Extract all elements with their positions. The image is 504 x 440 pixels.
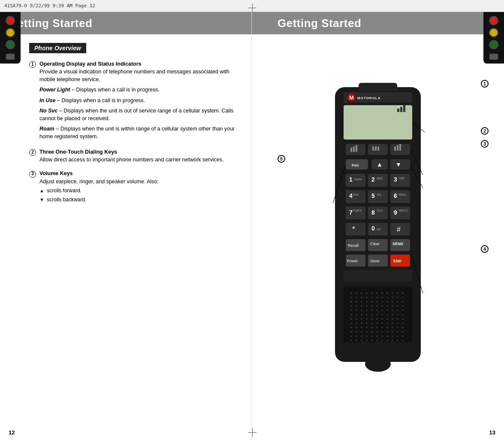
circle-2: 2	[29, 149, 36, 156]
svg-text:5: 5	[371, 192, 375, 199]
left-page-title: Getting Started	[9, 17, 92, 30]
svg-point-182	[381, 331, 383, 333]
svg-point-77	[350, 292, 352, 294]
callout-5: 5	[278, 155, 287, 163]
svg-point-121	[350, 310, 352, 311]
svg-point-193	[381, 335, 383, 337]
svg-point-205	[386, 340, 388, 341]
svg-rect-18	[375, 146, 377, 151]
svg-point-143	[350, 318, 352, 320]
svg-point-171	[381, 327, 383, 328]
svg-point-78	[356, 292, 357, 294]
svg-point-134	[361, 314, 362, 316]
svg-rect-41	[368, 190, 388, 203]
svg-point-169	[371, 327, 373, 328]
callout-circle-2: 2	[481, 127, 489, 135]
svg-text:Power: Power	[347, 259, 358, 263]
svg-point-83	[381, 292, 383, 294]
right-page-number: 13	[489, 429, 495, 436]
svg-point-122	[356, 310, 357, 311]
svg-text:0: 0	[371, 225, 375, 232]
svg-point-203	[376, 340, 378, 341]
svg-point-106	[386, 301, 388, 303]
svg-text:menu: menu	[354, 178, 362, 181]
svg-point-136	[371, 314, 373, 316]
svg-point-148	[376, 318, 378, 320]
svg-rect-8	[397, 109, 399, 112]
svg-point-95	[386, 297, 388, 298]
svg-point-187	[350, 335, 352, 337]
phone-area: 1 2 3 4 5	[252, 34, 504, 423]
svg-point-173	[392, 327, 393, 328]
svg-point-168	[366, 327, 368, 328]
svg-text:▲: ▲	[377, 161, 383, 168]
svg-point-145	[361, 318, 362, 320]
crosshair-bottom	[248, 428, 257, 437]
svg-text:MOTOROLA: MOTOROLA	[357, 96, 381, 100]
in-use-label: In Use	[39, 97, 56, 103]
svg-point-114	[371, 305, 373, 307]
svg-point-105	[381, 301, 383, 303]
svg-point-90	[361, 297, 362, 298]
svg-text:1: 1	[349, 176, 353, 183]
left-page-header: Getting Started	[0, 12, 251, 34]
svg-point-98	[402, 297, 404, 298]
no-svc-text: Displays when the unit is out of service…	[39, 108, 233, 121]
no-svc-label: No Svc	[39, 108, 57, 114]
no-svc-sep: –	[59, 108, 63, 114]
svg-point-186	[402, 331, 404, 333]
svg-point-104	[376, 301, 378, 303]
item-3-content: Volume Keys Adjust earpiece, ringer, and…	[39, 170, 238, 203]
svg-point-162	[392, 322, 393, 324]
item-number-3: 3	[29, 170, 39, 203]
svg-point-127	[381, 310, 383, 311]
svg-point-117	[386, 305, 388, 307]
svg-text:#: #	[397, 226, 401, 233]
svg-point-195	[392, 335, 393, 337]
svg-point-181	[376, 331, 378, 333]
svg-text:TUV: TUV	[377, 209, 383, 212]
svg-text:M: M	[349, 94, 354, 101]
svg-point-2	[365, 356, 391, 372]
item-1-content: Operating Display and Status Indicators …	[39, 60, 238, 142]
svg-point-103	[371, 301, 373, 303]
svg-point-157	[366, 322, 368, 324]
item-1-body: Provide a visual indication of telephone…	[39, 68, 238, 83]
callout-circle-3: 3	[481, 140, 489, 148]
svg-point-160	[381, 322, 383, 324]
svg-point-120	[402, 305, 404, 307]
svg-rect-1	[359, 83, 397, 91]
svg-point-82	[376, 292, 378, 294]
svg-point-123	[361, 310, 362, 311]
svg-point-115	[376, 305, 378, 307]
svg-point-80	[366, 292, 368, 294]
svg-point-116	[381, 305, 383, 307]
svg-point-192	[376, 335, 378, 337]
roam-sep: –	[56, 126, 60, 132]
svg-rect-44	[390, 190, 410, 203]
svg-point-86	[397, 292, 398, 294]
left-page: Getting Started Phone Overview 1 Operati…	[0, 12, 252, 440]
svg-text:SEND: SEND	[392, 242, 404, 246]
power-light-sep: –	[72, 87, 76, 93]
svg-rect-16	[356, 145, 357, 152]
svg-point-111	[356, 305, 357, 307]
svg-point-87	[402, 292, 404, 294]
traffic-light-red-r	[489, 16, 498, 25]
svg-text:7: 7	[349, 209, 353, 216]
svg-point-202	[371, 340, 373, 341]
traffic-light-yellow	[6, 28, 15, 37]
svg-rect-50	[368, 206, 388, 219]
svg-point-107	[392, 301, 393, 303]
svg-point-154	[350, 322, 352, 324]
svg-text:PQRS: PQRS	[353, 209, 362, 212]
svg-rect-10	[403, 105, 405, 112]
svg-point-184	[392, 331, 393, 333]
svg-point-200	[361, 340, 362, 341]
svg-point-132	[350, 314, 352, 316]
svg-point-109	[402, 301, 404, 303]
svg-text:Recall: Recall	[348, 243, 359, 248]
corner-traffic-light-left	[0, 12, 21, 64]
item-1-title: Operating Display and Status Indicators	[39, 61, 142, 67]
svg-point-97	[397, 297, 398, 298]
